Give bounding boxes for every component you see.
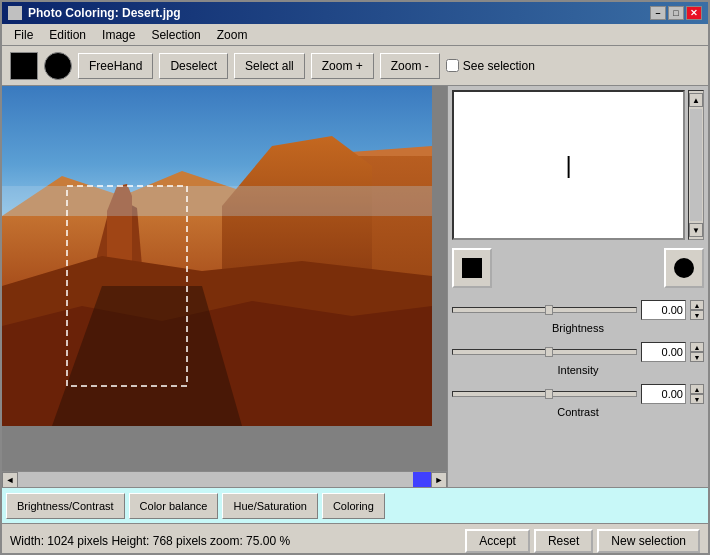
intensity-value: 0.00 <box>641 342 686 362</box>
square-icon <box>462 258 482 278</box>
intensity-spin-down[interactable]: ▼ <box>690 352 704 362</box>
scroll-track[interactable] <box>18 472 431 488</box>
circle-icon <box>674 258 694 278</box>
menu-bar: File Edition Image Selection Zoom <box>2 24 708 46</box>
brightness-row: 0.00 ▲ ▼ Brightness <box>452 300 704 334</box>
right-circle-tool[interactable] <box>664 248 704 288</box>
status-bar: Width: 1024 pixels Height: 768 pixels zo… <box>2 523 708 555</box>
image-panel: ◄ ► <box>2 86 448 487</box>
status-buttons: Accept Reset New selection <box>465 529 700 553</box>
square-tool-button[interactable] <box>10 52 38 80</box>
tab-color-balance[interactable]: Color balance <box>129 493 219 519</box>
desert-image <box>2 86 432 426</box>
intensity-row: 0.00 ▲ ▼ Intensity <box>452 342 704 376</box>
contrast-spinners: ▲ ▼ <box>690 384 704 404</box>
preview-cursor: | <box>565 151 571 179</box>
brightness-slider-thumb[interactable] <box>545 305 553 315</box>
toolbar: FreeHand Deselect Select all Zoom + Zoom… <box>2 46 708 86</box>
zoom-in-button[interactable]: Zoom + <box>311 53 374 79</box>
see-selection-text: See selection <box>463 59 535 73</box>
tab-brightness-contrast[interactable]: Brightness/Contrast <box>6 493 125 519</box>
scroll-thumb[interactable] <box>413 472 431 488</box>
select-all-button[interactable]: Select all <box>234 53 305 79</box>
right-tools <box>452 244 704 292</box>
preview-scroll-down[interactable]: ▼ <box>689 223 703 237</box>
scroll-left-arrow[interactable]: ◄ <box>2 472 18 488</box>
brightness-spin-up[interactable]: ▲ <box>690 300 704 310</box>
app-icon <box>8 6 22 20</box>
preview-area: | <box>452 90 685 240</box>
freehand-button[interactable]: FreeHand <box>78 53 153 79</box>
minimize-button[interactable]: – <box>650 6 666 20</box>
contrast-slider-track[interactable] <box>452 391 637 397</box>
window-title: Photo Coloring: Desert.jpg <box>28 6 181 20</box>
contrast-spin-up[interactable]: ▲ <box>690 384 704 394</box>
zoom-out-button[interactable]: Zoom - <box>380 53 440 79</box>
see-selection-checkbox[interactable] <box>446 59 459 72</box>
intensity-slider-track[interactable] <box>452 349 637 355</box>
see-selection-label: See selection <box>446 59 535 73</box>
image-scroll-area[interactable] <box>2 86 447 471</box>
close-button[interactable]: ✕ <box>686 6 702 20</box>
horizontal-scrollbar[interactable]: ◄ ► <box>2 471 447 487</box>
sliders-section: 0.00 ▲ ▼ Brightness 0.00 ▲ <box>452 296 704 483</box>
brightness-slider-track[interactable] <box>452 307 637 313</box>
intensity-label: Intensity <box>452 364 704 376</box>
status-text: Width: 1024 pixels Height: 768 pixels zo… <box>10 534 290 548</box>
brightness-spin-down[interactable]: ▼ <box>690 310 704 320</box>
right-square-tool[interactable] <box>452 248 492 288</box>
right-panel: | ▲ ▼ <box>448 86 708 487</box>
accept-button[interactable]: Accept <box>465 529 530 553</box>
menu-file[interactable]: File <box>6 26 41 44</box>
brightness-value: 0.00 <box>641 300 686 320</box>
contrast-label: Contrast <box>452 406 704 418</box>
window-controls: – □ ✕ <box>650 6 702 20</box>
main-content: ◄ ► | ▲ ▼ <box>2 86 708 487</box>
menu-selection[interactable]: Selection <box>143 26 208 44</box>
brightness-label: Brightness <box>452 322 704 334</box>
deselect-button[interactable]: Deselect <box>159 53 228 79</box>
intensity-slider-thumb[interactable] <box>545 347 553 357</box>
reset-button[interactable]: Reset <box>534 529 593 553</box>
contrast-spin-down[interactable]: ▼ <box>690 394 704 404</box>
intensity-spin-up[interactable]: ▲ <box>690 342 704 352</box>
circle-tool-button[interactable] <box>44 52 72 80</box>
menu-edition[interactable]: Edition <box>41 26 94 44</box>
tab-hue-saturation[interactable]: Hue/Saturation <box>222 493 317 519</box>
brightness-spinners: ▲ ▼ <box>690 300 704 320</box>
maximize-button[interactable]: □ <box>668 6 684 20</box>
preview-scroll-up[interactable]: ▲ <box>689 93 703 107</box>
bottom-tabs: Brightness/Contrast Color balance Hue/Sa… <box>2 487 708 523</box>
scroll-right-arrow[interactable]: ► <box>431 472 447 488</box>
contrast-row: 0.00 ▲ ▼ Contrast <box>452 384 704 418</box>
menu-zoom[interactable]: Zoom <box>209 26 256 44</box>
new-selection-button[interactable]: New selection <box>597 529 700 553</box>
contrast-slider-thumb[interactable] <box>545 389 553 399</box>
menu-image[interactable]: Image <box>94 26 143 44</box>
title-bar: Photo Coloring: Desert.jpg – □ ✕ <box>2 2 708 24</box>
tab-coloring[interactable]: Coloring <box>322 493 385 519</box>
contrast-value: 0.00 <box>641 384 686 404</box>
intensity-spinners: ▲ ▼ <box>690 342 704 362</box>
